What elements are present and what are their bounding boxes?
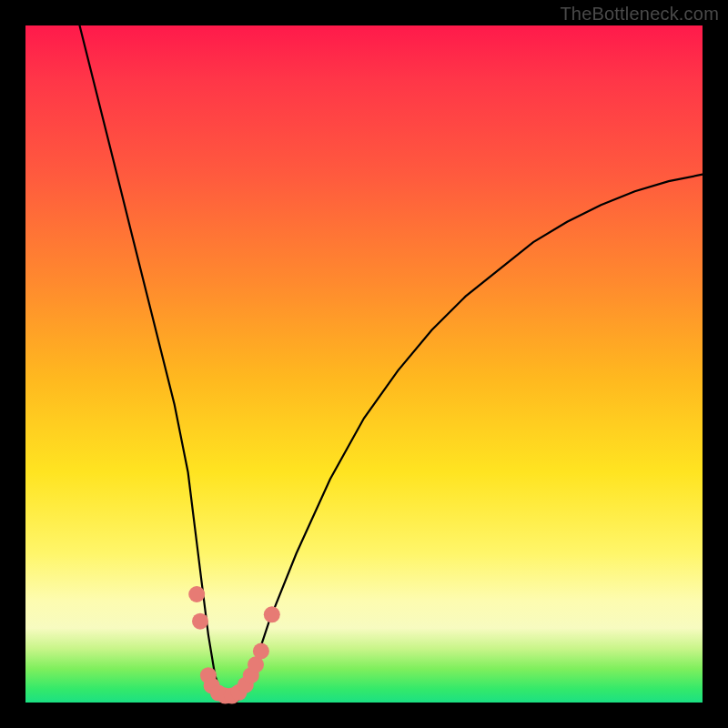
highlight-dots: [188, 586, 280, 704]
chart-svg: [25, 25, 703, 703]
highlight-dot: [253, 643, 269, 660]
chart-frame: TheBottleneck.com: [0, 0, 728, 728]
bottleneck-curve: [80, 25, 703, 703]
watermark-text: TheBottleneck.com: [560, 4, 719, 25]
highlight-dot: [264, 606, 280, 622]
chart-plot-area: [25, 25, 703, 703]
highlight-dot: [192, 613, 208, 630]
highlight-dot: [188, 586, 205, 602]
